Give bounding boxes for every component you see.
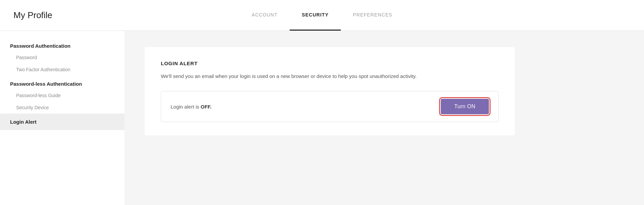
sidebar-section-passwordless-auth[interactable]: Password-less Authentication <box>0 76 124 89</box>
main-content: LOGIN ALERT We'll send you an email when… <box>124 31 644 205</box>
tab-security[interactable]: SECURITY <box>290 0 341 31</box>
alert-status-text: Login alert is <box>171 104 201 110</box>
alert-row: Login alert is OFF. Turn ON <box>161 91 499 122</box>
content-card: LOGIN ALERT We'll send you an email when… <box>145 47 515 135</box>
tab-preferences[interactable]: PREFERENCES <box>341 0 404 31</box>
alert-status: Login alert is OFF. <box>171 104 212 110</box>
turn-on-button[interactable]: Turn ON <box>441 99 489 114</box>
section-description: We'll send you an email when your login … <box>161 72 499 80</box>
sidebar-item-security-device[interactable]: Security Device <box>0 101 124 114</box>
main-layout: Password Authentication Password Two Fac… <box>0 31 644 205</box>
sidebar-item-password[interactable]: Password <box>0 51 124 64</box>
sidebar-section-password-auth[interactable]: Password Authentication <box>0 38 124 51</box>
page-title: My Profile <box>13 10 52 20</box>
header: My Profile ACCOUNT SECURITY PREFERENCES <box>0 0 644 31</box>
sidebar: Password Authentication Password Two Fac… <box>0 31 124 205</box>
section-title: LOGIN ALERT <box>161 60 499 66</box>
header-nav: ACCOUNT SECURITY PREFERENCES <box>240 0 404 31</box>
sidebar-item-two-factor[interactable]: Two Factor Authentication <box>0 64 124 76</box>
sidebar-item-passwordless-guide[interactable]: Password-less Guide <box>0 89 124 101</box>
sidebar-item-login-alert[interactable]: Login Alert <box>0 114 124 130</box>
tab-account[interactable]: ACCOUNT <box>240 0 290 31</box>
alert-status-value: OFF. <box>201 104 212 110</box>
